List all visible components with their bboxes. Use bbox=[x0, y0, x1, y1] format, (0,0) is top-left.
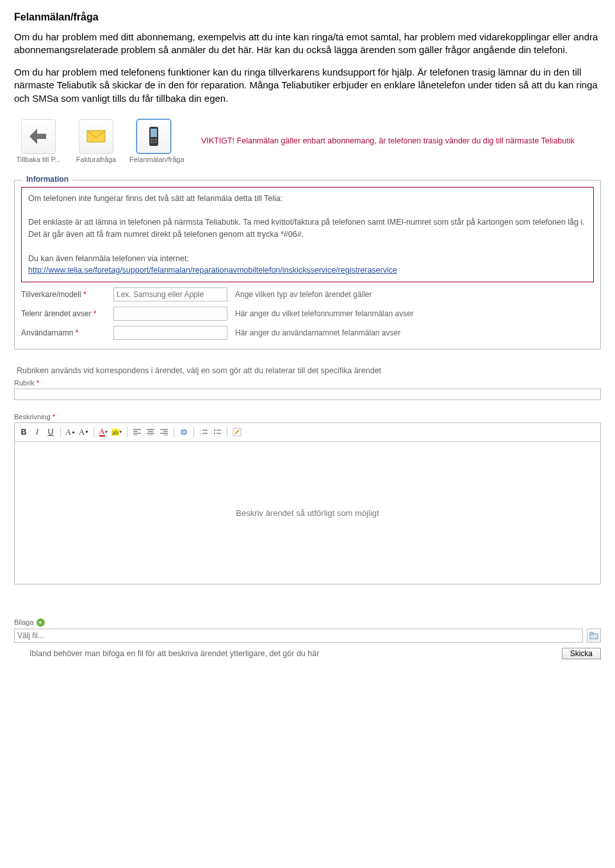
align-right-button[interactable] bbox=[158, 426, 170, 438]
label-user: Användarnamn * bbox=[21, 328, 113, 337]
toolbar-back-label: Tillbaka till P... bbox=[16, 156, 60, 163]
toolbar-back[interactable]: Tillbaka till P... bbox=[14, 119, 63, 163]
align-center-button[interactable] bbox=[145, 426, 156, 438]
svg-rect-5 bbox=[151, 141, 152, 143]
info-link[interactable]: http://www.telia.se/foretag/support/fela… bbox=[28, 266, 397, 275]
editor-toolbar: B I U A▲ A▼ A▼ ab▼ 12 bbox=[14, 422, 601, 442]
separator bbox=[227, 427, 227, 437]
input-phone[interactable] bbox=[113, 307, 227, 321]
toolbar: Tillbaka till P... Fakturafråga Felanmäl… bbox=[14, 119, 601, 163]
edit-pencil-button[interactable] bbox=[231, 426, 243, 438]
unordered-list-button[interactable] bbox=[211, 426, 223, 438]
page-title: Felanmälan/fråga bbox=[14, 12, 601, 23]
mobile-phone-icon bbox=[136, 119, 171, 154]
row-user: Användarnamn * Här anger du användarnamn… bbox=[21, 326, 594, 340]
envelope-icon bbox=[79, 119, 113, 154]
svg-rect-2 bbox=[151, 139, 152, 141]
separator bbox=[127, 427, 127, 437]
separator bbox=[174, 427, 174, 437]
annot-user: Här anger du användarnamnet felanmälan a… bbox=[235, 328, 594, 337]
file-row bbox=[14, 629, 601, 643]
info-line-1: Om telefonen inte fungerar finns det två… bbox=[28, 193, 587, 205]
back-arrow-icon bbox=[21, 119, 56, 154]
file-browse-button[interactable] bbox=[587, 629, 601, 643]
toolbar-fault-label: Felanmälan/fråga bbox=[129, 156, 184, 163]
svg-rect-1 bbox=[151, 129, 157, 137]
send-button[interactable]: Skicka bbox=[562, 648, 601, 659]
annot-phone: Här anger du vilket telefonnummer felanm… bbox=[235, 309, 594, 318]
toolbar-invoice-label: Fakturafråga bbox=[76, 156, 116, 163]
file-input[interactable] bbox=[14, 629, 583, 643]
label-rubrik: Rubrik * bbox=[14, 379, 601, 387]
label-phone: Telenr ärendet avser * bbox=[21, 309, 113, 318]
underline-button[interactable]: U bbox=[45, 426, 56, 438]
separator bbox=[60, 427, 61, 437]
bold-button[interactable]: B bbox=[18, 426, 29, 438]
row-model: Tillverkare/modell * Ange vilken typ av … bbox=[21, 287, 594, 301]
separator bbox=[94, 427, 94, 437]
open-folder-icon bbox=[589, 632, 598, 639]
svg-rect-15 bbox=[590, 632, 593, 634]
svg-rect-4 bbox=[155, 139, 157, 141]
info-line-3: Du kan även felanmäla telefonen via inte… bbox=[28, 253, 587, 265]
input-user[interactable] bbox=[113, 326, 227, 340]
intro-paragraph-2: Om du har problem med telefonens funktio… bbox=[14, 66, 601, 105]
information-fieldset: Information Om telefonen inte fungerar f… bbox=[14, 180, 601, 350]
svg-text:2: 2 bbox=[200, 432, 201, 435]
important-note: VIKTIGT! Felanmälan gäller enbart abonne… bbox=[201, 136, 601, 147]
row-phone: Telenr ärendet avser * Här anger du vilk… bbox=[21, 307, 594, 321]
italic-button[interactable]: I bbox=[31, 426, 43, 438]
info-line-2: Det enklaste är att lämna in telefonen p… bbox=[28, 216, 587, 241]
intro-paragraph-1: Om du har problem med ditt abonnemang, e… bbox=[14, 31, 601, 57]
svg-rect-6 bbox=[153, 141, 155, 143]
footer: Ibland behöver man bifoga en fil för att… bbox=[14, 648, 601, 659]
rubrik-hint: Rubriken används vid korrespondens i äre… bbox=[17, 366, 598, 375]
information-box: Om telefonen inte fungerar finns det två… bbox=[21, 187, 594, 282]
svg-rect-7 bbox=[155, 141, 157, 143]
label-description: Beskrivning * bbox=[14, 413, 601, 421]
ordered-list-button[interactable]: 12 bbox=[198, 426, 209, 438]
editor-placeholder: Beskriv ärendet så utförligt som möjligt bbox=[236, 508, 379, 518]
hyperlink-button[interactable] bbox=[178, 426, 190, 438]
align-left-button[interactable] bbox=[131, 426, 143, 438]
add-attachment-icon[interactable]: + bbox=[37, 618, 45, 627]
editor-body[interactable]: Beskriv ärendet så utförligt som möjligt bbox=[14, 442, 601, 584]
svg-point-11 bbox=[214, 430, 215, 431]
input-model[interactable] bbox=[113, 287, 227, 301]
annot-model: Ange vilken typ av telefon ärendet gälle… bbox=[235, 290, 594, 299]
font-increase-button[interactable]: A▲ bbox=[65, 426, 76, 438]
svg-point-12 bbox=[214, 433, 215, 434]
separator bbox=[193, 427, 194, 437]
font-color-button[interactable]: A▼ bbox=[98, 426, 110, 438]
toolbar-invoice[interactable]: Fakturafråga bbox=[72, 119, 120, 163]
label-model: Tillverkare/modell * bbox=[21, 290, 113, 299]
font-decrease-button[interactable]: A▼ bbox=[78, 426, 90, 438]
attachment-hint: Ibland behöver man bifoga en fil för att… bbox=[14, 649, 562, 658]
input-rubrik[interactable] bbox=[14, 389, 601, 400]
label-attachment: Bilaga + bbox=[14, 618, 45, 627]
toolbar-fault-report[interactable]: Felanmälan/fråga bbox=[129, 119, 178, 163]
highlight-button[interactable]: ab▼ bbox=[111, 426, 123, 438]
svg-rect-3 bbox=[153, 139, 155, 141]
information-legend: Information bbox=[22, 175, 72, 184]
